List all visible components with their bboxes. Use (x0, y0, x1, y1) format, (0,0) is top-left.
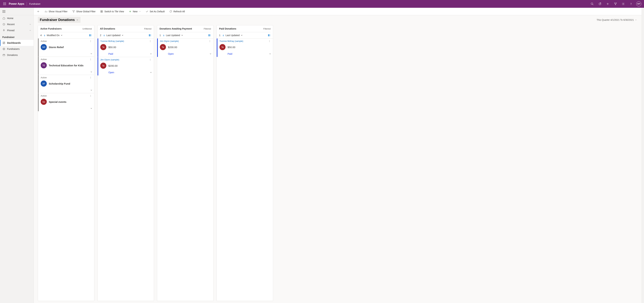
sort-direction-icon[interactable] (44, 34, 46, 36)
cmd-refresh-label: Refresh All (173, 10, 185, 13)
vertical-scrollbar[interactable] (642, 8, 644, 303)
streams-container: Active Fundraisers Unfiltered 4 Modified… (34, 24, 642, 303)
donations-icon (2, 54, 6, 56)
cmd-tile-view[interactable]: Switch to Tile View (98, 8, 126, 15)
stream-count: 2 (100, 34, 102, 37)
card-status-link[interactable]: Paid (228, 52, 232, 55)
cmd-set-default[interactable]: Set As Default (144, 8, 167, 15)
svg-point-49 (90, 96, 91, 97)
nav-pinned[interactable]: Pinned (0, 27, 34, 34)
stream-card[interactable]: Active SR Storm Relief (38, 38, 94, 56)
stream-view-toggle[interactable] (208, 34, 211, 37)
stream-card[interactable]: Jim Glynn (sample) Te $200.00 Open (157, 38, 213, 57)
svg-rect-20 (3, 42, 4, 43)
stream-view-toggle[interactable] (268, 34, 270, 37)
stream-card[interactable]: Active Se Special events (38, 93, 94, 111)
date-range-selector[interactable]: This Quarter 4/1/2021 To 6/30/2021 (596, 18, 639, 21)
back-button[interactable] (35, 8, 42, 15)
cmd-global-filter[interactable]: Show Global Filter (70, 8, 98, 15)
card-more-button[interactable] (89, 58, 92, 60)
settings-button[interactable] (619, 0, 627, 8)
nav-section-label: Fundraiser (0, 34, 34, 40)
cmd-refresh[interactable]: Refresh All (167, 8, 187, 15)
chevron-down-icon (181, 34, 183, 36)
help-button[interactable] (627, 0, 635, 8)
sort-by-selector[interactable]: Last Updated (106, 34, 124, 37)
stream-filter-state[interactable]: Filtered (144, 28, 152, 30)
sort-direction-icon[interactable] (222, 34, 224, 36)
card-expand-button[interactable] (90, 89, 92, 91)
card-more-button[interactable] (268, 40, 271, 42)
cmd-new[interactable]: New (127, 8, 143, 15)
card-status-label: Active (41, 94, 46, 97)
stream-filter-state[interactable]: Unfiltered (82, 28, 92, 30)
check-icon (146, 10, 148, 13)
sort-direction-icon[interactable] (162, 34, 165, 36)
stream-count: 4 (40, 34, 42, 37)
card-expand-button[interactable] (90, 107, 92, 110)
app-launcher-button[interactable] (1, 0, 8, 7)
card-donor-link[interactable]: Yvonne McKay (sample) (100, 40, 124, 42)
card-donor-link[interactable]: Jim Glynn (sample) (100, 58, 119, 61)
stream-card[interactable]: Yvonne McKay (sample) Te $50.00 Paid (98, 38, 154, 57)
card-expand-button[interactable] (150, 71, 152, 74)
card-amount: $50.00 (228, 46, 235, 48)
svg-point-42 (90, 59, 91, 60)
nav-recent[interactable]: Recent (0, 21, 34, 27)
user-avatar[interactable]: MP (636, 1, 641, 6)
card-more-button[interactable] (148, 58, 152, 61)
card-donor-link[interactable]: Yvonne McKay (sample) (220, 40, 243, 42)
card-avatar: Se (41, 99, 47, 105)
chevron-down-icon (139, 10, 141, 12)
nav-dashboards[interactable]: Dashboards (0, 40, 34, 46)
stream-filter-state[interactable]: Filtered (204, 28, 211, 30)
chevron-down-icon (29, 23, 31, 25)
svg-point-77 (269, 40, 270, 40)
filter-button[interactable] (612, 0, 619, 8)
card-expand-button[interactable] (150, 53, 152, 55)
stream-count: 1 (160, 34, 162, 37)
svg-rect-21 (4, 42, 5, 42)
card-status-link[interactable]: Open (108, 71, 114, 74)
nav-collapse-button[interactable] (0, 8, 34, 15)
stream-card[interactable]: Yvonne McKay (sample) Te $50.00 Paid (217, 38, 273, 57)
card-status-link[interactable]: Paid (108, 52, 113, 55)
card-expand-button[interactable] (90, 71, 92, 73)
stream-filter-state[interactable]: Filtered (263, 28, 270, 30)
hamburger-icon (2, 10, 6, 13)
cmd-visual-filter[interactable]: Show Visual Filter (42, 8, 70, 15)
card-more-button[interactable] (89, 95, 92, 97)
card-expand-button[interactable] (269, 53, 271, 55)
sort-by-selector[interactable]: Last Updated (226, 34, 243, 37)
nav-fundraisers[interactable]: Fundraisers (0, 46, 34, 52)
add-button[interactable] (604, 0, 612, 8)
card-status-label: Active (41, 40, 46, 42)
card-expand-button[interactable] (90, 52, 92, 55)
sort-direction-icon[interactable] (103, 34, 105, 36)
svg-rect-22 (4, 43, 5, 44)
stream-view-toggle[interactable] (149, 34, 152, 37)
card-more-button[interactable] (89, 40, 92, 42)
sort-by-selector[interactable]: Modified On (47, 34, 63, 37)
card-status-link[interactable]: Open (168, 52, 174, 55)
svg-point-43 (90, 60, 91, 60)
stream-card[interactable]: Active SF Scholarship Fund (38, 75, 94, 93)
card-more-button[interactable] (89, 76, 92, 79)
stream: Active Fundraisers Unfiltered 4 Modified… (38, 25, 94, 301)
card-donor-link[interactable]: Jim Glynn (sample) (160, 40, 179, 42)
search-button[interactable] (588, 0, 596, 8)
stream-card[interactable]: Active TE Technical Education for Kids (38, 56, 94, 75)
task-button[interactable] (596, 0, 604, 8)
view-selector[interactable]: Fundraiser Donations (38, 17, 80, 23)
card-more-button[interactable] (148, 40, 152, 42)
card-expand-button[interactable] (209, 53, 212, 55)
stream-view-toggle[interactable] (89, 34, 92, 37)
card-more-button[interactable] (208, 40, 212, 42)
stream-card[interactable]: Jim Glynn (sample) Te $200.00 Open (98, 57, 154, 76)
sort-by-selector[interactable]: Last Updated (166, 34, 183, 37)
nav-home[interactable]: Home (0, 15, 34, 21)
nav-donations[interactable]: Donations (0, 52, 34, 58)
svg-rect-73 (268, 36, 269, 36)
left-nav: Home Recent Pinned Fundraiser Dashboards… (0, 8, 34, 303)
svg-point-58 (150, 42, 150, 42)
